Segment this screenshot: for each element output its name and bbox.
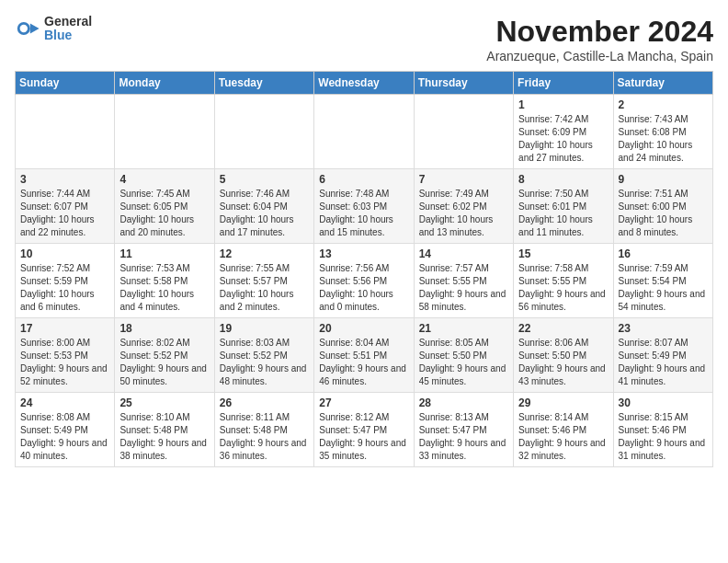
calendar-cell: 1Sunrise: 7:42 AM Sunset: 6:09 PM Daylig… — [514, 95, 613, 169]
logo-icon — [15, 16, 40, 41]
day-info: Sunrise: 7:57 AM Sunset: 5:55 PM Dayligh… — [419, 262, 508, 314]
calendar-week-row: 17Sunrise: 8:00 AM Sunset: 5:53 PM Dayli… — [16, 318, 713, 393]
day-info: Sunrise: 7:53 AM Sunset: 5:58 PM Dayligh… — [119, 262, 209, 314]
day-number: 18 — [119, 322, 209, 335]
calendar-cell — [16, 95, 115, 169]
day-info: Sunrise: 7:56 AM Sunset: 5:56 PM Dayligh… — [319, 262, 408, 314]
day-number: 9 — [619, 173, 708, 186]
day-number: 19 — [220, 322, 309, 335]
calendar-table: SundayMondayTuesdayWednesdayThursdayFrid… — [15, 71, 713, 467]
day-number: 23 — [619, 322, 708, 335]
svg-marker-2 — [30, 24, 40, 34]
day-number: 10 — [20, 247, 109, 260]
calendar-week-row: 10Sunrise: 7:52 AM Sunset: 5:59 PM Dayli… — [16, 244, 713, 318]
day-info: Sunrise: 7:43 AM Sunset: 6:08 PM Dayligh… — [619, 113, 708, 165]
calendar-cell: 25Sunrise: 8:10 AM Sunset: 5:48 PM Dayli… — [115, 393, 214, 467]
day-info: Sunrise: 7:58 AM Sunset: 5:55 PM Dayligh… — [518, 262, 608, 314]
calendar-cell: 18Sunrise: 8:02 AM Sunset: 5:52 PM Dayli… — [115, 318, 214, 393]
calendar-cell: 30Sunrise: 8:15 AM Sunset: 5:46 PM Dayli… — [613, 393, 712, 467]
day-info: Sunrise: 8:04 AM Sunset: 5:51 PM Dayligh… — [319, 337, 408, 388]
weekday-header-monday: Monday — [115, 72, 214, 95]
day-number: 11 — [119, 247, 209, 260]
calendar-cell: 7Sunrise: 7:49 AM Sunset: 6:02 PM Daylig… — [414, 169, 513, 244]
month-title: November 2024 — [486, 15, 713, 49]
day-number: 20 — [319, 322, 408, 335]
day-info: Sunrise: 8:05 AM Sunset: 5:50 PM Dayligh… — [419, 337, 508, 388]
calendar-cell: 5Sunrise: 7:46 AM Sunset: 6:04 PM Daylig… — [214, 169, 313, 244]
page-header: General Blue November 2024 Aranzueque, C… — [15, 15, 713, 63]
day-number: 5 — [220, 173, 309, 186]
day-number: 8 — [518, 173, 608, 186]
calendar-cell: 28Sunrise: 8:13 AM Sunset: 5:47 PM Dayli… — [414, 393, 513, 467]
day-number: 16 — [619, 247, 708, 260]
calendar-cell — [214, 95, 313, 169]
day-info: Sunrise: 7:46 AM Sunset: 6:04 PM Dayligh… — [220, 188, 309, 239]
day-info: Sunrise: 8:15 AM Sunset: 5:46 PM Dayligh… — [619, 411, 708, 463]
day-info: Sunrise: 8:08 AM Sunset: 5:49 PM Dayligh… — [20, 411, 109, 463]
day-number: 17 — [20, 322, 109, 335]
calendar-cell: 24Sunrise: 8:08 AM Sunset: 5:49 PM Dayli… — [16, 393, 115, 467]
weekday-header-sunday: Sunday — [16, 72, 115, 95]
calendar-cell — [314, 95, 414, 169]
day-info: Sunrise: 8:12 AM Sunset: 5:47 PM Dayligh… — [319, 411, 408, 463]
day-number: 13 — [319, 247, 408, 260]
calendar-cell: 21Sunrise: 8:05 AM Sunset: 5:50 PM Dayli… — [414, 318, 513, 393]
location-subtitle: Aranzueque, Castille-La Mancha, Spain — [486, 49, 713, 63]
day-info: Sunrise: 8:14 AM Sunset: 5:46 PM Dayligh… — [518, 411, 608, 463]
calendar-cell: 15Sunrise: 7:58 AM Sunset: 5:55 PM Dayli… — [514, 244, 613, 318]
weekday-header-friday: Friday — [514, 72, 613, 95]
calendar-week-row: 24Sunrise: 8:08 AM Sunset: 5:49 PM Dayli… — [16, 393, 713, 467]
day-number: 1 — [518, 98, 608, 111]
day-info: Sunrise: 8:02 AM Sunset: 5:52 PM Dayligh… — [119, 337, 209, 388]
day-info: Sunrise: 7:59 AM Sunset: 5:54 PM Dayligh… — [619, 262, 708, 314]
day-number: 28 — [419, 396, 508, 409]
calendar-cell: 14Sunrise: 7:57 AM Sunset: 5:55 PM Dayli… — [414, 244, 513, 318]
day-info: Sunrise: 7:50 AM Sunset: 6:01 PM Dayligh… — [518, 188, 608, 239]
calendar-cell: 12Sunrise: 7:55 AM Sunset: 5:57 PM Dayli… — [214, 244, 313, 318]
day-info: Sunrise: 7:49 AM Sunset: 6:02 PM Dayligh… — [419, 188, 508, 239]
day-info: Sunrise: 8:07 AM Sunset: 5:49 PM Dayligh… — [619, 337, 708, 388]
calendar-cell: 23Sunrise: 8:07 AM Sunset: 5:49 PM Dayli… — [613, 318, 712, 393]
calendar-cell: 26Sunrise: 8:11 AM Sunset: 5:48 PM Dayli… — [214, 393, 313, 467]
day-info: Sunrise: 7:55 AM Sunset: 5:57 PM Dayligh… — [220, 262, 309, 314]
day-number: 27 — [319, 396, 408, 409]
day-number: 4 — [119, 173, 209, 186]
day-number: 30 — [619, 396, 708, 409]
day-info: Sunrise: 8:13 AM Sunset: 5:47 PM Dayligh… — [419, 411, 508, 463]
day-info: Sunrise: 8:03 AM Sunset: 5:52 PM Dayligh… — [220, 337, 309, 388]
weekday-header-wednesday: Wednesday — [314, 72, 414, 95]
day-number: 29 — [518, 396, 608, 409]
calendar-week-row: 3Sunrise: 7:44 AM Sunset: 6:07 PM Daylig… — [16, 169, 713, 244]
day-info: Sunrise: 7:45 AM Sunset: 6:05 PM Dayligh… — [119, 188, 209, 239]
calendar-cell: 9Sunrise: 7:51 AM Sunset: 6:00 PM Daylig… — [613, 169, 712, 244]
calendar-cell: 2Sunrise: 7:43 AM Sunset: 6:08 PM Daylig… — [613, 95, 712, 169]
calendar-cell: 22Sunrise: 8:06 AM Sunset: 5:50 PM Dayli… — [514, 318, 613, 393]
day-info: Sunrise: 7:52 AM Sunset: 5:59 PM Dayligh… — [20, 262, 109, 314]
day-info: Sunrise: 7:48 AM Sunset: 6:03 PM Dayligh… — [319, 188, 408, 239]
weekday-header-tuesday: Tuesday — [214, 72, 313, 95]
day-info: Sunrise: 7:42 AM Sunset: 6:09 PM Dayligh… — [518, 113, 608, 165]
calendar-cell — [414, 95, 513, 169]
day-info: Sunrise: 8:11 AM Sunset: 5:48 PM Dayligh… — [220, 411, 309, 463]
logo: General Blue — [15, 15, 92, 43]
day-number: 25 — [119, 396, 209, 409]
calendar-cell: 11Sunrise: 7:53 AM Sunset: 5:58 PM Dayli… — [115, 244, 214, 318]
day-info: Sunrise: 7:51 AM Sunset: 6:00 PM Dayligh… — [619, 188, 708, 239]
day-number: 15 — [518, 247, 608, 260]
day-number: 24 — [20, 396, 109, 409]
day-number: 26 — [220, 396, 309, 409]
calendar-cell: 16Sunrise: 7:59 AM Sunset: 5:54 PM Dayli… — [613, 244, 712, 318]
calendar-cell — [115, 95, 214, 169]
weekday-header-saturday: Saturday — [613, 72, 712, 95]
day-info: Sunrise: 8:06 AM Sunset: 5:50 PM Dayligh… — [518, 337, 608, 388]
calendar-cell: 8Sunrise: 7:50 AM Sunset: 6:01 PM Daylig… — [514, 169, 613, 244]
day-number: 7 — [419, 173, 508, 186]
day-number: 22 — [518, 322, 608, 335]
calendar-week-row: 1Sunrise: 7:42 AM Sunset: 6:09 PM Daylig… — [16, 95, 713, 169]
day-number: 14 — [419, 247, 508, 260]
calendar-cell: 17Sunrise: 8:00 AM Sunset: 5:53 PM Dayli… — [16, 318, 115, 393]
day-info: Sunrise: 8:00 AM Sunset: 5:53 PM Dayligh… — [20, 337, 109, 388]
calendar-cell: 27Sunrise: 8:12 AM Sunset: 5:47 PM Dayli… — [314, 393, 414, 467]
day-number: 12 — [220, 247, 309, 260]
title-block: November 2024 Aranzueque, Castille-La Ma… — [486, 15, 713, 63]
